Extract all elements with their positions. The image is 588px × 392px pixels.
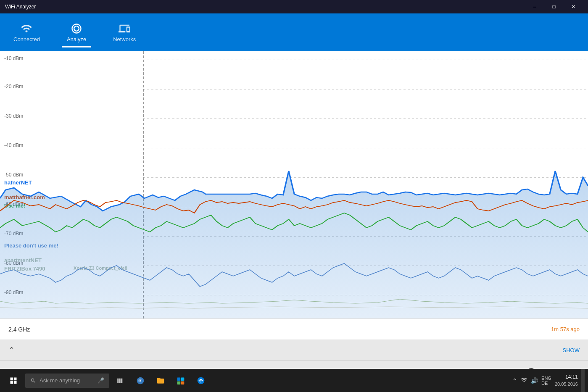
tray-chevron-icon[interactable]: ⌃ bbox=[512, 377, 517, 384]
titlebar-controls: – □ ✕ bbox=[525, 0, 583, 13]
svg-text:e: e bbox=[140, 379, 141, 383]
store-icon[interactable] bbox=[171, 371, 190, 390]
wifi-analyzer-icon[interactable] bbox=[192, 371, 210, 390]
system-clock[interactable]: 14:11 20.05.2016 bbox=[555, 374, 578, 388]
main-chart-area: -10 dBm -20 dBm -30 dBm -40 dBm -50 dBm … bbox=[0, 51, 588, 318]
svg-rect-9 bbox=[177, 381, 181, 384]
connected-icon bbox=[21, 23, 32, 34]
network-tray-icon[interactable] bbox=[521, 376, 527, 384]
networks-icon bbox=[119, 23, 130, 34]
time-ago-label: 1m 57s ago bbox=[551, 326, 580, 332]
language-indicator: ENGDE bbox=[541, 376, 551, 386]
taskbar: Ask me anything 🎤 e bbox=[0, 369, 588, 392]
expand-chevron-icon[interactable]: ⌃ bbox=[8, 345, 15, 355]
search-placeholder: Ask me anything bbox=[40, 377, 80, 384]
start-button[interactable] bbox=[3, 369, 24, 392]
frequency-label: 2.4 GHz bbox=[8, 326, 30, 333]
chart-bottom-bar: 2.4 GHz 1m 57s ago bbox=[0, 318, 588, 339]
nav-analyze-label: Analyze bbox=[67, 36, 86, 42]
titlebar: WiFi Analyzer – □ ✕ bbox=[0, 0, 588, 13]
microphone-icon: 🎤 bbox=[98, 377, 104, 384]
nav-connected-label: Connected bbox=[13, 36, 40, 42]
svg-point-12 bbox=[200, 381, 202, 383]
app-header: Connected Analyze Networks bbox=[0, 13, 588, 51]
nav-connected[interactable]: Connected bbox=[8, 19, 45, 46]
close-button[interactable]: ✕ bbox=[564, 0, 583, 13]
nav-analyze[interactable]: Analyze bbox=[62, 19, 91, 46]
nav-networks[interactable]: Networks bbox=[108, 19, 141, 46]
analyze-icon bbox=[71, 23, 82, 34]
edge-browser-icon[interactable]: e bbox=[131, 371, 150, 390]
task-view-button[interactable] bbox=[111, 371, 129, 390]
svg-rect-7 bbox=[177, 377, 181, 381]
show-desktop-button[interactable] bbox=[581, 369, 585, 392]
search-icon bbox=[30, 378, 36, 384]
expand-bar: ⌃ SHOW bbox=[0, 339, 588, 360]
app-title: WiFi Analyzer bbox=[5, 4, 36, 10]
search-bar[interactable]: Ask me anything 🎤 bbox=[25, 374, 109, 388]
taskbar-right: ⌃ 🔊 ENGDE 14:11 20.05.2016 bbox=[512, 369, 585, 392]
show-button[interactable]: SHOW bbox=[563, 347, 580, 353]
explorer-icon[interactable] bbox=[151, 371, 170, 390]
minimize-button[interactable]: – bbox=[525, 0, 544, 13]
nav-networks-label: Networks bbox=[113, 36, 136, 42]
svg-rect-10 bbox=[181, 381, 185, 384]
volume-tray-icon[interactable]: 🔊 bbox=[531, 377, 538, 384]
svg-rect-8 bbox=[181, 377, 185, 381]
signal-chart bbox=[0, 51, 588, 318]
maximize-button[interactable]: □ bbox=[544, 0, 564, 13]
